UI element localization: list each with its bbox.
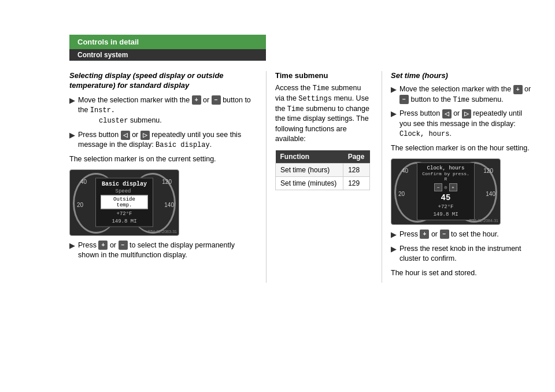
dash-num-140-right: 140 <box>164 202 174 208</box>
left-bullet-1-text: Move the selection marker with the + or … <box>78 95 254 126</box>
bullet-arrow-2: ▶ <box>69 130 75 140</box>
right-final-note: The hour is set and stored. <box>391 268 532 279</box>
right-bullet-4: ▶ Press the reset knob in the instrument… <box>391 244 532 264</box>
dash-btn-plus: + <box>449 183 457 191</box>
right-section-title: Set time (hours) <box>391 71 532 80</box>
table-row-1: Set time (hours) 128 <box>276 163 370 176</box>
left-column: Selecting display (speed display or outs… <box>69 71 266 283</box>
subsection-header-text: Control system <box>77 51 128 59</box>
plus-btn-icon: + <box>192 95 201 105</box>
time-code: Time <box>313 84 330 93</box>
dash-clock-confirm: Confirm by press. R <box>422 171 469 182</box>
dash-center-box-2: Clock, hours Confirm by press. R − ⊙ + 4… <box>417 162 475 220</box>
basic-display-code: Basic display <box>156 141 210 149</box>
table-cell-page-2: 129 <box>343 176 370 190</box>
section-header-text: Controls in detail <box>77 38 139 46</box>
dash-num-20-left: 20 <box>77 202 83 208</box>
right-minus-btn: − <box>399 95 409 104</box>
submenu-intro-text: Access the Time submenu via the Settings… <box>275 83 370 145</box>
time-submenu-title: Time submenu <box>275 71 370 80</box>
dashboard-image-2: 40 20 120 140 Clock, hours Confirm by pr… <box>391 158 501 225</box>
dash-clock-title: Clock, hours <box>422 165 469 171</box>
table-header-page: Page <box>343 150 370 164</box>
right-bullet-1: ▶ Move the selection marker with the + o… <box>391 84 532 105</box>
dash-photo-label-2: P54 32-2084-31 <box>469 219 498 223</box>
dash2-num-40-left: 40 <box>402 168 408 174</box>
right-bullet-arrow-2: ▶ <box>391 109 397 119</box>
dash-row-1: Speed <box>101 188 148 194</box>
dash2-num-20-left: 20 <box>398 191 405 197</box>
dash-photo-label-1: P54 32-2083-31 <box>148 230 177 234</box>
dash-num-120-right: 120 <box>162 179 172 185</box>
dash-center-box: Basic display Speed Outside temp. +72°F … <box>95 178 153 227</box>
table-row-2: Set time (minutes) 129 <box>276 176 370 190</box>
minus-btn-icon-3: − <box>119 241 128 250</box>
table-header-function: Function <box>276 150 343 164</box>
plus-btn-icon-3: + <box>98 241 108 250</box>
right-btn-icon: ▷ <box>140 131 150 140</box>
right-bullet-1-text: Move the selection marker with the + or … <box>399 84 532 105</box>
dash2-temp-info: +72°F <box>422 204 469 210</box>
dash2-num-140-right: 140 <box>486 191 495 197</box>
right-bullet-2-text: Press button ◁ or ▷ repeatedly until you… <box>399 109 532 139</box>
left-note-1: The selection marker is on the current s… <box>69 154 254 165</box>
right-left-btn: ◁ <box>442 109 452 119</box>
right-column: Set time (hours) ▶ Move the selection ma… <box>382 71 532 283</box>
section-header: Controls in detail <box>69 35 266 49</box>
right-bullet-arrow-3: ▶ <box>391 230 397 240</box>
right-right-btn: ▷ <box>462 109 471 119</box>
left-bullet-3-text: Press + or − to select the display perma… <box>78 241 254 261</box>
dash-clock-btns: − ⊙ + <box>422 183 469 191</box>
dash2-num-120-right: 120 <box>483 168 493 174</box>
bullet-arrow-1: ▶ <box>69 95 75 106</box>
right-bullet-arrow-1: ▶ <box>391 84 397 95</box>
left-bullet-1: ▶ Move the selection marker with the + o… <box>69 95 254 126</box>
middle-column: Time submenu Access the Time submenu via… <box>266 71 382 283</box>
right-bullet-2: ▶ Press button ◁ or ▷ repeatedly until y… <box>391 109 532 139</box>
dash-clock-number: 45 <box>441 193 451 202</box>
table-cell-page-1: 128 <box>343 163 370 176</box>
time-submenu-code: Time <box>453 96 469 104</box>
clock-hours-code: Clock, hours <box>399 130 449 138</box>
bullet-arrow-3: ▶ <box>69 241 75 251</box>
left-btn-icon: ◁ <box>121 131 130 140</box>
dash-title: Basic display <box>101 181 148 187</box>
left-section-title: Selecting display (speed display or outs… <box>69 71 254 91</box>
left-bullet-2-text: Press button ◁ or ▷ repeatedly until you… <box>78 130 254 150</box>
right-bullet-3-text: Press + or − to set the hour. <box>399 230 532 240</box>
dash-temp-info: +72°F <box>101 211 148 217</box>
right-selection-note: The selection marker is on the hour sett… <box>391 143 532 154</box>
content-area: Selecting display (speed display or outs… <box>69 71 543 283</box>
dash2-miles-info: 149.8 MI <box>422 212 469 217</box>
right-bullet-3: ▶ Press + or − to set the hour. <box>391 230 532 240</box>
subsection-header: Control system <box>69 49 266 61</box>
right-bullet-4-text: Press the reset knob in the instrument c… <box>399 244 532 264</box>
function-table: Function Page Set time (hours) 128 Set t… <box>275 150 370 190</box>
right-bullet-arrow-4: ▶ <box>391 244 397 254</box>
dash-row-2: Outside temp. <box>101 195 148 209</box>
minus-btn-icon: − <box>212 95 221 105</box>
page-container: Controls in detail Control system Select… <box>0 35 555 392</box>
table-cell-function-1: Set time (hours) <box>276 163 343 176</box>
table-cell-function-2: Set time (minutes) <box>276 176 343 190</box>
instr-cluster-code: Instr. cluster <box>78 106 128 125</box>
right-plus-btn: + <box>513 85 523 94</box>
dash-speed-label: Speed <box>115 188 131 194</box>
left-bullet-2: ▶ Press button ◁ or ▷ repeatedly until y… <box>69 130 254 150</box>
settings-code: Settings <box>298 95 332 103</box>
right-press-plus: + <box>420 230 429 239</box>
dashboard-image-1: 40 20 120 140 Basic display Speed Outsid… <box>69 169 179 236</box>
time-code-2: Time <box>287 105 304 113</box>
left-bullet-3: ▶ Press + or − to select the display per… <box>69 241 254 261</box>
dash-outside-temp: Outside temp. <box>101 195 148 209</box>
dash-num-40-left: 40 <box>80 179 87 185</box>
dash-miles-info: 149.8 MI <box>101 219 148 224</box>
dash-dot-separator: ⊙ <box>444 184 447 190</box>
dash-btn-minus: − <box>434 183 442 191</box>
dash-clock-val: 45 <box>422 193 469 202</box>
right-press-minus: − <box>440 230 449 239</box>
